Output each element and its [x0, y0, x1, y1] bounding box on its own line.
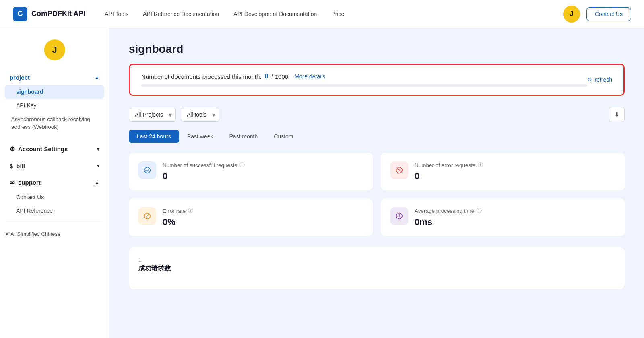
sidebar-avatar-circle: J [44, 39, 65, 60]
sidebar-account-label: Account Settings [18, 146, 68, 153]
filter-selects: All Projects All tools [129, 108, 219, 122]
sidebar-item-api-ref[interactable]: API Reference [5, 204, 104, 218]
chart-y-label: 1 [138, 257, 615, 263]
main-content: signboard Number of documents processed … [109, 28, 644, 338]
page-title: signboard [129, 43, 625, 56]
lang-label: Simplified Chinese [17, 231, 61, 237]
time-tabs: Last 24 hours Past week Past month Custo… [129, 130, 625, 143]
sidebar-support-label: support [18, 179, 41, 186]
highlight-content: Number of documents processed this month… [141, 73, 587, 87]
download-button[interactable]: ⬇ [609, 107, 625, 122]
sidebar-avatar: J [0, 39, 109, 60]
tab-last24h[interactable]: Last 24 hours [129, 130, 179, 143]
contact-button[interactable]: Contact Us [586, 7, 631, 21]
refresh-button[interactable]: ↻ refresh [587, 76, 612, 83]
error-content: Number of error requests ⓘ 0 [415, 161, 483, 181]
successful-icon [138, 161, 156, 179]
sidebar-divider-1 [6, 138, 103, 138]
chevron-up-icon: ▲ [95, 75, 99, 80]
avatar[interactable]: J [563, 6, 580, 23]
avg-time-label: Average processing time ⓘ [415, 207, 482, 214]
nav-api-ref[interactable]: API Reference Documentation [143, 11, 219, 17]
sidebar-support-header[interactable]: ✉ support ▲ [5, 175, 104, 190]
info-icon-successful[interactable]: ⓘ [239, 161, 245, 169]
chevron-down-icon-bill: ▾ [97, 163, 99, 169]
avg-time-content: Average processing time ⓘ 0ms [415, 207, 482, 227]
sidebar-bill-header[interactable]: $ bill ▾ [5, 159, 104, 173]
lang-icon: ✕ A [5, 231, 14, 237]
error-label: Number of error requests ⓘ [415, 161, 483, 169]
error-value: 0 [415, 171, 483, 181]
highlight-total: / 1000 [271, 73, 288, 80]
sidebar-language[interactable]: ✕ A Simplified Chinese [0, 225, 109, 237]
info-icon-error[interactable]: ⓘ [478, 161, 483, 169]
topnav: C ComPDFKit API API Tools API Reference … [0, 0, 644, 28]
error-rate-icon [138, 207, 156, 225]
highlight-label: Number of documents processed this month… [141, 73, 261, 80]
successful-label: Number of successful requests ⓘ [163, 161, 245, 169]
sidebar-bill-section: $ bill ▾ [0, 159, 109, 173]
error-rate-content: Error rate ⓘ 0% [163, 207, 193, 227]
tools-select-wrap: All tools [181, 108, 219, 122]
bill-icon: $ [10, 163, 13, 169]
error-icon [390, 161, 408, 179]
nav-api-tools[interactable]: API Tools [105, 11, 128, 17]
highlight-text: Number of documents processed this month… [141, 73, 587, 80]
successful-content: Number of successful requests ⓘ 0 [163, 161, 245, 181]
refresh-icon: ↻ [587, 76, 592, 83]
stat-card-avg-time: Average processing time ⓘ 0ms [381, 198, 625, 236]
projects-select-wrap: All Projects [129, 108, 176, 122]
chart-section: 1 成功请求数 [129, 247, 625, 289]
tab-past-week[interactable]: Past week [179, 130, 221, 143]
sidebar-item-signboard[interactable]: signboard [5, 85, 104, 99]
more-details-link[interactable]: More details [295, 73, 325, 80]
avg-time-value: 0ms [415, 217, 482, 227]
chart-title: 成功请求数 [138, 264, 615, 273]
avg-time-icon [390, 207, 408, 225]
filter-row: All Projects All tools ⬇ [129, 107, 625, 122]
tools-select[interactable]: All tools [181, 108, 219, 122]
refresh-label: refresh [594, 76, 612, 83]
support-icon: ✉ [10, 179, 15, 186]
chevron-up-icon-support: ▲ [95, 180, 99, 185]
download-icon: ⬇ [614, 111, 619, 118]
tab-past-month[interactable]: Past month [221, 130, 266, 143]
logo-icon: C [13, 7, 27, 21]
logo-text: ComPDFKit API [31, 10, 85, 18]
nav-links: API Tools API Reference Documentation AP… [105, 11, 563, 17]
highlight-box: Number of documents processed this month… [129, 64, 625, 96]
logo[interactable]: C ComPDFKit API [13, 7, 85, 21]
highlight-number: 0 [264, 73, 268, 80]
sidebar-account-section: ⚙ Account Settings ▾ [0, 142, 109, 157]
sidebar-project-header[interactable]: project ▲ [5, 70, 104, 85]
sidebar-project-label: project [10, 74, 30, 81]
sidebar-bill-label: bill [16, 163, 25, 169]
projects-select[interactable]: All Projects [129, 108, 176, 122]
sidebar-item-contact[interactable]: Contact Us [5, 190, 104, 204]
sidebar-support-section: ✉ support ▲ Contact Us API Reference [0, 175, 109, 218]
nav-right: J Contact Us [563, 6, 631, 23]
error-rate-label: Error rate ⓘ [163, 207, 193, 214]
sidebar-account-header[interactable]: ⚙ Account Settings ▾ [5, 142, 104, 157]
sidebar-divider-2 [6, 221, 103, 221]
account-icon: ⚙ [10, 146, 15, 153]
sidebar-item-webhook[interactable]: Asynchronous callback receiving address … [5, 112, 104, 135]
sidebar-item-apikey[interactable]: API Key [5, 99, 104, 112]
stat-card-error: Number of error requests ⓘ 0 [381, 153, 625, 190]
sidebar-project-section: project ▲ signboard API Key Asynchronous… [0, 70, 109, 135]
error-rate-value: 0% [163, 217, 193, 227]
stat-card-successful: Number of successful requests ⓘ 0 [129, 153, 373, 190]
stat-card-error-rate: Error rate ⓘ 0% [129, 198, 373, 236]
chevron-down-icon: ▾ [97, 146, 99, 152]
layout: J project ▲ signboard API Key Asynchrono… [0, 28, 644, 338]
nav-api-dev[interactable]: API Development Documentation [233, 11, 317, 17]
info-icon-avg-time[interactable]: ⓘ [477, 207, 482, 214]
info-icon-error-rate[interactable]: ⓘ [188, 207, 193, 214]
progress-bar [141, 84, 587, 87]
tab-custom[interactable]: Custom [266, 130, 301, 143]
stats-grid: Number of successful requests ⓘ 0 Number… [129, 153, 625, 236]
sidebar: J project ▲ signboard API Key Asynchrono… [0, 28, 109, 338]
nav-price[interactable]: Price [331, 11, 344, 17]
successful-value: 0 [163, 171, 245, 181]
